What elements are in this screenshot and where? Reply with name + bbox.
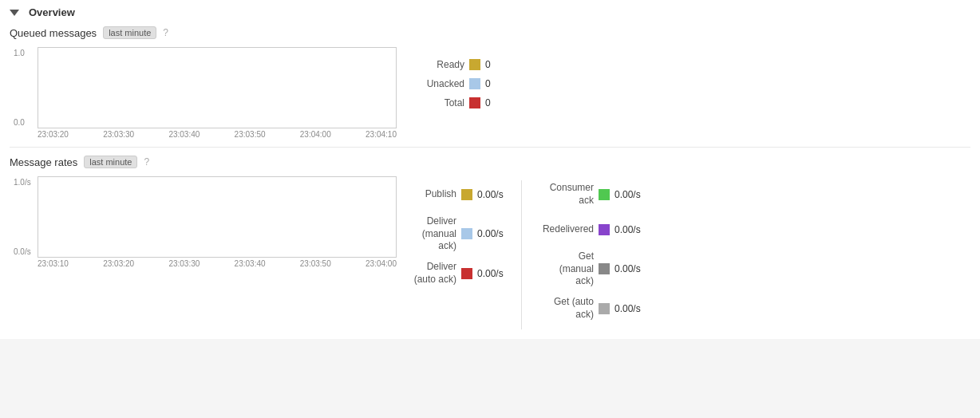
rates-right-col: Consumerack 0.00/s Redelivered 0.00/s Ge… [530,180,650,329]
chart1-y-top: 1.0 [14,49,25,57]
queued-messages-header: Queued messages last minute ? [10,26,970,39]
get-manual-rate-row: Get(manualack) 0.00/s [530,250,650,288]
x-label-2: 23:03:30 [103,130,134,139]
chart2-inner [38,177,396,257]
get-auto-rate-row: Get (autoack) 0.00/s [530,294,650,323]
collapse-icon[interactable] [10,10,19,16]
overview-panel: Overview Queued messages last minute ? 1… [0,0,980,339]
queued-messages-row: 1.0 0.0 23:03:20 23:03:30 23:03:40 23:03… [10,47,970,139]
x2-label-4: 23:03:40 [235,259,266,268]
queued-messages-label: Queued messages [10,27,97,39]
x2-label-5: 23:03:50 [300,259,331,268]
consumer-ack-value: 0.00/s [614,189,650,200]
deliver-auto-rate-row: Deliver(auto ack) 0.00/s [393,259,513,288]
ready-value: 0 [485,59,491,70]
deliver-manual-value: 0.00/s [477,228,513,239]
queued-chart-area: 1.0 0.0 23:03:20 23:03:30 23:03:40 23:03… [10,47,385,139]
unacked-label: Unacked [409,78,464,89]
rates-left-col: Publish 0.00/s Deliver(manualack) 0.00/s… [393,180,513,329]
unacked-stat-row: Unacked 0 [409,78,970,89]
chart1-y-bottom: 0.0 [14,118,25,127]
get-auto-color-box [599,303,610,314]
chart2-box [38,176,397,258]
publish-label: Publish [393,188,456,201]
chart2-container: 1.0/s 0.0/s 23:03:10 23:03:20 23:03:30 2… [10,176,385,268]
section-title: Overview [29,6,75,18]
message-rates-label: Message rates [10,156,77,168]
ready-label: Ready [409,59,464,70]
chart2-y-bottom: 0.0/s [14,247,31,256]
consumer-ack-rate-row: Consumerack 0.00/s [530,180,650,209]
rates-stats-area: Publish 0.00/s Deliver(manualack) 0.00/s… [393,176,650,329]
deliver-auto-value: 0.00/s [477,268,513,279]
rates-help-icon[interactable]: ? [144,156,149,168]
publish-color-box [461,189,472,200]
message-rates-row: 1.0/s 0.0/s 23:03:10 23:03:20 23:03:30 2… [10,176,970,329]
unacked-value: 0 [485,78,491,89]
chart1-x-labels: 23:03:20 23:03:30 23:03:40 23:03:50 23:0… [38,128,397,139]
redelivered-label: Redelivered [530,223,594,236]
deliver-manual-label: Deliver(manualack) [393,215,456,253]
x2-label-2: 23:03:20 [103,259,134,268]
chart1-inner [38,48,396,128]
chart2-x-labels: 23:03:10 23:03:20 23:03:30 23:03:40 23:0… [38,258,397,268]
deliver-manual-color-box [461,228,472,239]
rates-col-divider [521,180,522,329]
consumer-ack-label: Consumerack [530,182,594,207]
chart1-box [38,47,397,128]
get-auto-value: 0.00/s [614,303,650,314]
chart2-y-top: 1.0/s [14,178,31,187]
redelivered-color-box [599,224,610,235]
total-label: Total [409,97,464,108]
x-label-5: 23:04:00 [300,130,331,139]
deliver-auto-color-box [461,268,472,279]
x2-label-6: 23:04:00 [366,259,397,268]
get-auto-label: Get (autoack) [530,296,594,321]
ready-color-box [469,59,480,70]
queued-help-icon[interactable]: ? [163,27,168,38]
publish-value: 0.00/s [477,189,513,200]
deliver-manual-rate-row: Deliver(manualack) 0.00/s [393,215,513,253]
queued-time-badge: last minute [103,26,156,39]
get-manual-color-box [599,263,610,274]
redelivered-rate-row: Redelivered 0.00/s [530,215,650,244]
redelivered-value: 0.00/s [614,224,650,235]
unacked-color-box [469,78,480,89]
consumer-ack-color-box [599,189,610,200]
queued-stats: Ready 0 Unacked 0 Total 0 [409,47,970,115]
rates-chart-area: 1.0/s 0.0/s 23:03:10 23:03:20 23:03:30 2… [10,176,385,268]
message-rates-header: Message rates last minute ? [10,156,970,168]
x-label-1: 23:03:20 [38,130,69,139]
total-value: 0 [485,97,491,108]
chart1-container: 1.0 0.0 23:03:20 23:03:30 23:03:40 23:03… [10,47,385,139]
deliver-auto-label: Deliver(auto ack) [393,261,456,286]
rates-time-badge: last minute [84,156,137,168]
ready-stat-row: Ready 0 [409,59,970,70]
total-color-box [469,97,480,108]
section-divider [10,147,970,148]
total-stat-row: Total 0 [409,97,970,108]
x-label-3: 23:03:40 [168,130,200,139]
x2-label-3: 23:03:30 [168,259,200,268]
get-manual-label: Get(manualack) [530,250,594,288]
x2-label-1: 23:03:10 [38,259,69,268]
x-label-4: 23:03:50 [235,130,266,139]
get-manual-value: 0.00/s [614,263,650,274]
section-header: Overview [10,6,970,18]
x-label-6: 23:04:10 [366,130,397,139]
publish-rate-row: Publish 0.00/s [393,180,513,209]
